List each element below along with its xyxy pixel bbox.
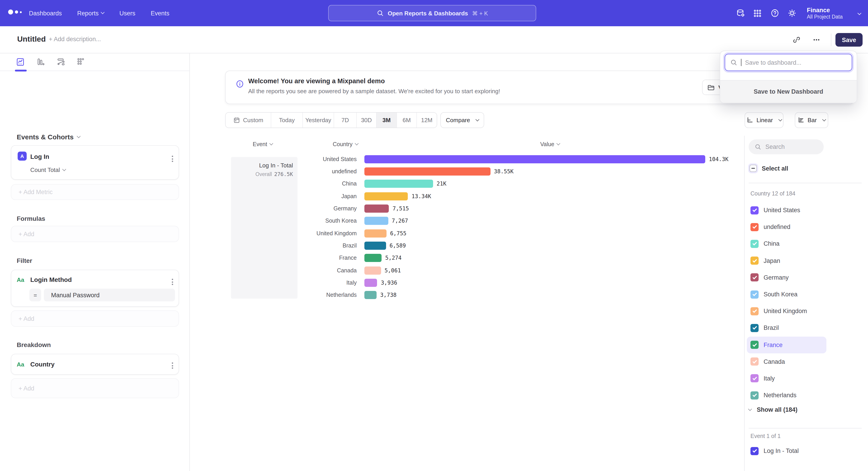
metric-aggregation-dropdown[interactable]: Count Total <box>30 167 65 173</box>
save-button[interactable]: Save <box>835 33 863 47</box>
filter-value-field[interactable]: Manual Password <box>44 289 175 301</box>
date-range-yesterday[interactable]: Yesterday <box>303 113 334 127</box>
date-range-7d[interactable]: 7D <box>334 113 357 127</box>
settings-gear-icon[interactable] <box>783 4 800 22</box>
bar-brazil[interactable] <box>364 242 386 250</box>
copy-link-icon[interactable] <box>790 34 803 46</box>
country-legend-row-japan[interactable]: Japan <box>747 252 835 269</box>
date-range-custom[interactable]: Custom <box>225 113 271 127</box>
date-range-12m[interactable]: 12M <box>417 113 437 127</box>
date-range-6m[interactable]: 6M <box>397 113 417 127</box>
tab-flows[interactable] <box>55 56 67 68</box>
legend-search-input[interactable]: Search <box>749 139 824 154</box>
nav-item-users[interactable]: Users <box>119 10 135 17</box>
country-checkbox-undefined[interactable] <box>750 223 758 231</box>
apps-grid-icon[interactable] <box>749 4 766 22</box>
bar-united-states[interactable] <box>364 155 705 163</box>
column-header-country[interactable]: Country <box>333 141 358 147</box>
metric-card-log-in[interactable]: A Log In Count Total <box>11 145 179 180</box>
country-checkbox-united-states[interactable] <box>750 206 758 214</box>
country-legend-row-united-kingdom[interactable]: United Kingdom <box>747 303 835 319</box>
filter-property-name[interactable]: Login Method <box>30 276 72 283</box>
bar-china[interactable] <box>364 180 433 188</box>
country-checkbox-brazil[interactable] <box>750 324 758 332</box>
country-checkbox-united-kingdom[interactable] <box>750 307 758 315</box>
global-search[interactable]: Open Reports & Dashboards ⌘ + K <box>328 5 536 21</box>
country-legend-row-italy[interactable]: Italy <box>747 370 835 387</box>
country-checkbox-china[interactable] <box>750 240 758 248</box>
more-options-icon[interactable] <box>810 34 823 46</box>
breakdown-card-country[interactable]: Aa Country <box>11 354 179 375</box>
event-checkbox-log-in-total[interactable] <box>750 447 758 455</box>
event-legend-row-log-in-total[interactable]: Log In - Total <box>747 442 835 459</box>
metric-event-name[interactable]: Log In <box>30 153 49 160</box>
column-header-value[interactable]: Value <box>540 141 560 147</box>
banner-title: Welcome! You are viewing a Mixpanel demo <box>248 77 385 85</box>
country-checkbox-netherlands[interactable] <box>750 391 758 399</box>
country-checkbox-italy[interactable] <box>750 374 758 383</box>
breakdown-more-options-icon[interactable] <box>169 361 176 371</box>
metric-more-options-icon[interactable] <box>169 154 176 164</box>
nav-item-reports[interactable]: Reports <box>77 10 104 17</box>
event-series-cell[interactable]: Log In - Total Overall276.5K <box>231 157 298 299</box>
bar-south-korea[interactable] <box>364 217 388 225</box>
bar-netherlands[interactable] <box>364 291 377 299</box>
nav-item-events[interactable]: Events <box>151 10 169 17</box>
show-all-button[interactable]: Show all (184) <box>749 406 798 413</box>
select-all-row[interactable]: Select all <box>749 165 788 172</box>
tab-retention[interactable] <box>74 56 87 68</box>
country-legend-row-netherlands[interactable]: Netherlands <box>747 387 835 404</box>
nav-item-dashboards[interactable]: Dashboards <box>29 10 62 17</box>
bar-italy[interactable] <box>364 279 377 287</box>
tab-insights[interactable] <box>14 56 27 68</box>
scale-selector-button[interactable]: Linear <box>745 112 783 128</box>
country-legend-row-undefined[interactable]: undefined <box>747 218 835 235</box>
date-range-30d[interactable]: 30D <box>357 113 377 127</box>
country-checkbox-canada[interactable] <box>750 358 758 366</box>
compare-button[interactable]: Compare <box>440 112 484 128</box>
bar-united-kingdom[interactable] <box>364 229 386 237</box>
country-legend-row-france[interactable]: France <box>747 336 827 353</box>
data-management-icon[interactable] <box>732 4 749 22</box>
bar-france[interactable] <box>364 254 381 262</box>
country-checkbox-japan[interactable] <box>750 257 758 265</box>
select-all-checkbox[interactable] <box>749 165 757 172</box>
add-formula-button[interactable]: + Add <box>11 226 179 242</box>
country-legend-row-united-states[interactable]: United States <box>747 202 835 218</box>
country-checkbox-germany[interactable] <box>750 273 758 282</box>
report-title[interactable]: Untitled <box>17 35 46 44</box>
check-icon <box>752 207 757 212</box>
add-metric-button[interactable]: + Add Metric <box>11 184 179 200</box>
add-filter-button[interactable]: + Add <box>11 311 179 327</box>
breakdown-property-name[interactable]: Country <box>30 361 55 368</box>
country-legend-row-brazil[interactable]: Brazil <box>747 320 835 336</box>
filter-operator-dropdown[interactable]: = <box>29 289 41 301</box>
date-range-3m[interactable]: 3M <box>377 113 397 127</box>
help-icon[interactable] <box>766 4 783 22</box>
country-checkbox-france[interactable] <box>750 341 758 349</box>
column-header-event[interactable]: Event <box>253 141 273 147</box>
project-chevron-down-icon[interactable] <box>855 9 861 17</box>
tab-funnels[interactable] <box>34 56 47 68</box>
country-legend-row-germany[interactable]: Germany <box>747 269 835 286</box>
country-legend-row-china[interactable]: China <box>747 235 835 252</box>
add-breakdown-button[interactable]: + Add <box>11 378 179 398</box>
events-cohorts-header[interactable]: Events & Cohorts <box>17 133 80 141</box>
country-legend-row-canada[interactable]: Canada <box>747 353 835 370</box>
date-range-today[interactable]: Today <box>271 113 303 127</box>
bar-germany[interactable] <box>364 205 389 213</box>
filter-card-login-method[interactable]: Aa Login Method = Manual Password <box>11 270 179 307</box>
bar-canada[interactable] <box>364 266 381 275</box>
chevron-down-icon <box>76 134 81 138</box>
add-description-field[interactable]: + Add description... <box>49 36 101 42</box>
mixpanel-logo[interactable] <box>8 9 22 14</box>
bar-undefined[interactable] <box>364 168 490 176</box>
country-legend-row-south-korea[interactable]: South Korea <box>747 286 835 303</box>
chart-type-button[interactable]: Bar <box>795 112 828 128</box>
save-to-new-dashboard-button[interactable]: Save to New Dashboard <box>720 80 857 103</box>
project-switcher[interactable]: Finance All Project Data <box>807 6 843 20</box>
save-dashboard-search-input[interactable]: Save to dashboard... <box>725 54 852 71</box>
filter-more-options-icon[interactable] <box>169 277 176 287</box>
country-checkbox-south-korea[interactable] <box>750 290 758 298</box>
bar-japan[interactable] <box>364 192 408 200</box>
